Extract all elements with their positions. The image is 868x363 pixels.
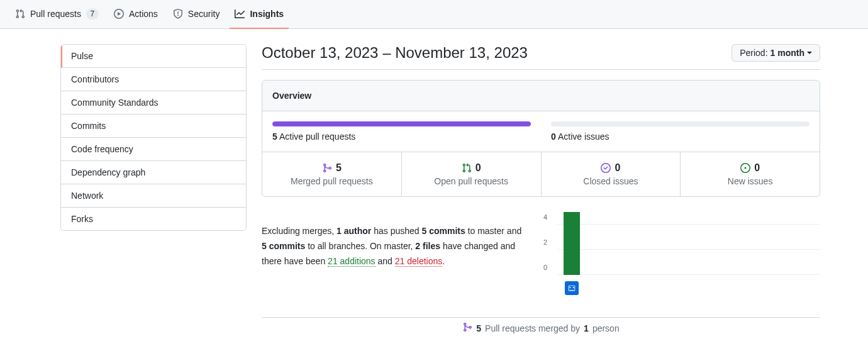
summary-deletions: 21 deletions (395, 256, 443, 267)
shield-icon (173, 9, 183, 19)
summary-additions: 21 additions (328, 256, 376, 267)
active-pr-bar: 5 Active pull requests (272, 121, 531, 142)
sidebar-item-contributors[interactable]: Contributors (61, 68, 246, 91)
main-content: October 13, 2023 – November 13, 2023 Per… (262, 44, 858, 334)
pr-merged-suffix: person (593, 323, 620, 333)
ytick: 2 (543, 238, 547, 246)
bot-avatar-icon[interactable] (565, 281, 579, 295)
pr-merged-mid: Pull requests merged by (485, 323, 580, 333)
divider (262, 69, 820, 70)
ytick: 4 (543, 213, 547, 221)
ytick: 0 (543, 264, 547, 271)
stat-open-pr[interactable]: 0 Open pull requests (402, 152, 542, 196)
sidebar-item-community[interactable]: Community Standards (61, 91, 246, 114)
git-merge-icon (462, 322, 472, 334)
pr-merged-people: 1 (584, 323, 589, 333)
stat-count: 0 (615, 162, 620, 174)
sidebar-item-pulse[interactable]: Pulse (61, 45, 246, 68)
stats-row: 5 Merged pull requests 0 Open pull reque… (262, 152, 820, 196)
nav-label: Actions (129, 9, 158, 19)
stat-merged-pr[interactable]: 5 Merged pull requests (262, 152, 402, 196)
commits-bar (564, 212, 580, 275)
stat-label: Merged pull requests (267, 176, 396, 186)
sidebar-item-network[interactable]: Network (61, 184, 246, 208)
commits-chart: 0 2 4 (543, 212, 820, 281)
nav-insights[interactable]: Insights (230, 0, 289, 29)
play-icon (114, 9, 124, 19)
pr-count-badge: 7 (86, 8, 99, 20)
git-pull-request-icon (15, 9, 25, 19)
active-issues-bar: 0 Active issues (551, 121, 810, 142)
top-nav: Pull requests 7 Actions Security Insight… (0, 0, 868, 29)
nav-security[interactable]: Security (168, 0, 225, 29)
nav-pull-requests[interactable]: Pull requests 7 (10, 0, 104, 29)
summary-author: 1 author (337, 226, 371, 236)
stat-label: New issues (686, 176, 815, 186)
chevron-down-icon (807, 52, 812, 54)
active-pr-count: 5 (272, 131, 277, 142)
stat-count: 0 (754, 162, 760, 174)
issue-opened-icon (740, 163, 750, 173)
active-issues-label: Active issues (558, 131, 609, 142)
insights-sidebar: Pulse Contributors Community Standards C… (60, 44, 247, 334)
nav-label: Pull requests (30, 9, 81, 19)
pr-merged-count: 5 (476, 323, 481, 333)
overview-title: Overview (262, 81, 820, 111)
summary-paragraph: Excluding merges, 1 author has pushed 5 … (262, 224, 528, 269)
nav-actions[interactable]: Actions (109, 0, 163, 29)
nav-label: Security (188, 9, 220, 19)
period-prefix: Period: (740, 48, 767, 58)
stat-label: Open pull requests (407, 176, 536, 186)
stat-count: 5 (336, 162, 342, 174)
summary-files: 2 files (415, 241, 440, 251)
nav-label: Insights (250, 9, 284, 19)
stat-count: 0 (476, 162, 481, 174)
overview-box: Overview 5 Active pull requests 0 Active… (262, 80, 820, 197)
active-pr-label: Active pull requests (279, 131, 355, 142)
stat-new-issues[interactable]: 0 New issues (681, 152, 820, 196)
git-pull-request-icon (462, 163, 472, 173)
issue-closed-icon (601, 163, 611, 173)
active-issues-count: 0 (551, 131, 556, 142)
period-value: 1 month (771, 48, 804, 58)
pr-merged-summary: 5 Pull requests merged by 1 person (262, 296, 820, 334)
insights-menu: Pulse Contributors Community Standards C… (60, 44, 247, 231)
stat-closed-issues[interactable]: 0 Closed issues (542, 152, 681, 196)
sidebar-item-forks[interactable]: Forks (61, 208, 246, 230)
sidebar-item-commits[interactable]: Commits (61, 114, 246, 138)
date-range-title: October 13, 2023 – November 13, 2023 (262, 44, 528, 62)
summary-commits-master: 5 commits (421, 226, 465, 236)
summary-commits-all: 5 commits (262, 241, 305, 251)
sidebar-item-dependency-graph[interactable]: Dependency graph (61, 161, 246, 184)
period-dropdown[interactable]: Period: 1 month (732, 44, 820, 62)
git-merge-icon (322, 163, 332, 173)
graph-icon (235, 9, 245, 19)
sidebar-item-code-frequency[interactable]: Code frequency (61, 138, 246, 161)
stat-label: Closed issues (547, 176, 676, 186)
